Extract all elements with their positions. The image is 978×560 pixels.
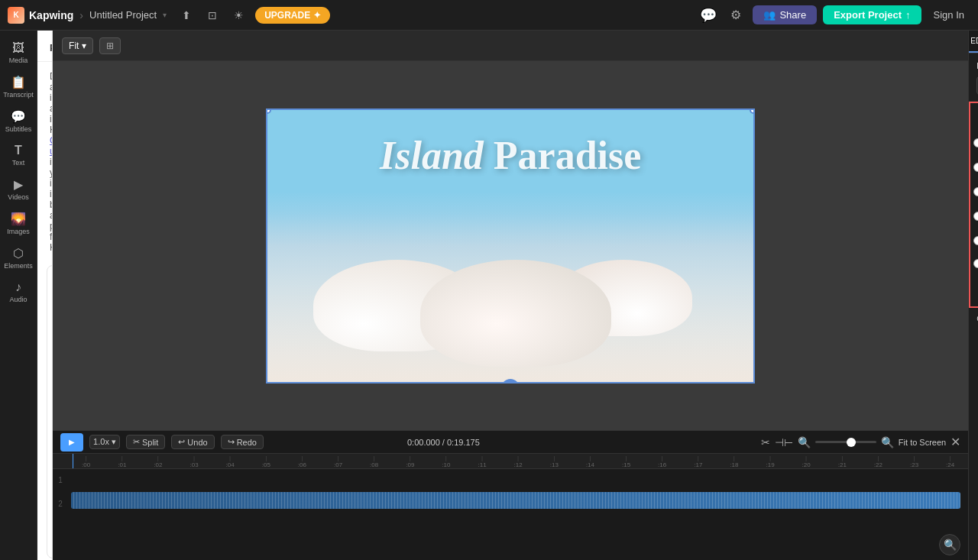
logo-icon: K: [8, 7, 24, 24]
ruler-tick-18: :18: [716, 455, 752, 468]
redo-icon: ↪: [228, 437, 235, 447]
video-canvas[interactable]: Island Paradise ⟳: [266, 108, 755, 384]
timeline-row-1: 1: [53, 469, 968, 490]
timeline-search-button[interactable]: 🔍: [939, 534, 960, 555]
play-icon: ▶: [69, 438, 75, 446]
fit-chevron-icon: ▾: [82, 40, 86, 51]
ruler-tick-23: :23: [896, 455, 932, 468]
ruler-tick-21: :21: [824, 455, 860, 468]
upgrade-label: UPGRADE: [264, 10, 310, 21]
canvas-area: Fit ▾ ⊞ Island Paradise ⟳: [53, 31, 968, 560]
handle-top-left[interactable]: [266, 108, 271, 114]
share-label: Share: [779, 9, 806, 21]
main-layout: 🖼 Media 📋 Transcript 💬 Subtitles T Text …: [0, 31, 978, 560]
subtitles-icon: 💬: [11, 109, 26, 124]
speed-value: 1.0x: [93, 437, 109, 446]
row-content-1: [68, 471, 968, 488]
signin-button[interactable]: Sign In: [928, 9, 970, 21]
sidebar-label-images: Images: [7, 228, 30, 235]
comment-button[interactable]: 💬: [698, 5, 719, 26]
zoom-in-button[interactable]: 🔍: [881, 436, 894, 448]
topbar-actions: ⬆ ⊡ ☀: [176, 5, 249, 26]
undo-button[interactable]: ↩ Undo: [171, 435, 214, 449]
outline-row: Outline: [969, 308, 978, 329]
redo-button[interactable]: ↪ Redo: [221, 435, 264, 449]
canvas-viewport: Island Paradise ⟳: [53, 61, 968, 430]
zoom-slider-wrap: [815, 441, 876, 443]
zoom-slider[interactable]: [815, 441, 876, 443]
close-timeline-button[interactable]: ✕: [950, 435, 960, 449]
ruler-tick-14: :14: [572, 455, 608, 468]
ruler-tick-3: :03: [176, 455, 212, 468]
sidebar-item-images[interactable]: 🌄 Images: [0, 207, 37, 240]
plugin-card-giphy-text[interactable]: G GIPHY TEXT Enter any text to instantly…: [47, 265, 53, 558]
handle-top-right[interactable]: [750, 108, 755, 114]
brightness-mode-button[interactable]: ☀: [228, 5, 249, 26]
split-button[interactable]: ✂ Split: [126, 435, 165, 449]
share-button[interactable]: 👥 Share: [753, 5, 817, 24]
upload-button[interactable]: ⬆: [176, 5, 197, 26]
history-button[interactable]: ⊡: [202, 5, 223, 26]
video-track[interactable]: [71, 492, 960, 509]
project-chevron-icon[interactable]: ▾: [163, 11, 167, 19]
timestamp-value: 0:00.000 / 0:19.175: [407, 438, 480, 447]
ruler-tick-2: :02: [140, 455, 176, 468]
right-panel: EDIT EFFECTS TRANSITIONS TIMING Rotate ↻…: [968, 31, 978, 560]
project-name: Untitled Project: [89, 9, 157, 21]
timeline-row-2: 2: [53, 490, 968, 516]
timestamp: 0:00.000 / 0:19.175: [407, 438, 480, 447]
media-icon: 🖼: [12, 41, 24, 55]
sidebar-item-audio[interactable]: ♪ Audio: [0, 276, 37, 308]
sidebar-item-transcript[interactable]: 📋 Transcript: [0, 70, 37, 103]
app-name: Kapwing: [29, 9, 73, 21]
rotate-section: Rotate ↻ ↔ ↕ − 0° +: [969, 53, 978, 102]
split-tracks-button[interactable]: ⊣⊢: [775, 436, 793, 448]
sidebar-item-media[interactable]: 🖼 Media: [0, 37, 37, 69]
canvas-toolbar: Fit ▾ ⊞: [53, 31, 968, 61]
app-logo: K Kapwing: [8, 7, 73, 24]
ruler-tick-8: :08: [356, 455, 392, 468]
sidebar-label-subtitles: Subtitles: [5, 125, 32, 133]
timeline-rows: 1 2: [53, 469, 968, 516]
timeline-ruler: :00 :01 :02 :03 :04 :05 :06 :07 :08 :09 …: [53, 454, 968, 469]
fit-dropdown[interactable]: Fit ▾: [62, 37, 93, 54]
scissors-icon: ✂: [133, 437, 140, 447]
speed-selector[interactable]: 1.0x ▾: [89, 435, 120, 449]
duplicate-canvas-button[interactable]: ⊞: [99, 37, 121, 54]
ruler-tick-4: :04: [212, 455, 248, 468]
cloud-3: [420, 260, 611, 367]
topbar-right: 💬 ⚙ 👥 Share Export Project ↑ Sign In: [698, 5, 970, 26]
row-number-1: 1: [53, 476, 68, 484]
play-button[interactable]: ▶: [60, 433, 83, 452]
undo-label: Undo: [187, 438, 207, 447]
playhead[interactable]: [73, 454, 73, 468]
share-icon: 👥: [763, 9, 776, 21]
trim-button[interactable]: ✂: [761, 436, 770, 448]
elements-icon: ⬡: [13, 246, 24, 261]
fit-to-screen-button[interactable]: Fit to Screen: [899, 438, 946, 447]
tab-edit[interactable]: EDIT: [969, 31, 978, 53]
ruler-tick-10: :10: [428, 455, 464, 468]
sidebar-item-elements[interactable]: ⬡ Elements: [0, 241, 37, 274]
zoom-out-button[interactable]: 🔍: [798, 436, 811, 448]
transcript-icon: 📋: [11, 75, 26, 89]
sidebar-label-elements: Elements: [4, 262, 33, 270]
sidebar-item-videos[interactable]: ▶ Videos: [0, 173, 37, 206]
sidebar-item-subtitles[interactable]: 💬 Subtitles: [0, 105, 37, 138]
split-label: Split: [142, 438, 158, 447]
upgrade-button[interactable]: UPGRADE ✦: [255, 7, 330, 24]
canvas-title: Island Paradise: [267, 133, 753, 178]
videos-icon: ▶: [14, 177, 23, 192]
export-button[interactable]: Export Project ↑: [823, 5, 921, 24]
ruler-tick-20: :20: [789, 455, 824, 468]
sidebar-label-transcript: Transcript: [3, 91, 34, 99]
sidebar-item-text[interactable]: T Text: [0, 139, 37, 171]
audio-icon: ♪: [15, 280, 21, 294]
ruler-tick-12: :12: [500, 455, 536, 468]
ruler-tick-9: :09: [392, 455, 428, 468]
ruler-tick-6: :06: [284, 455, 320, 468]
ruler-tick-16: :16: [644, 455, 680, 468]
settings-button[interactable]: ⚙: [725, 5, 746, 26]
canvas-title-italic: Island: [380, 134, 494, 177]
left-sidebar: 🖼 Media 📋 Transcript 💬 Subtitles T Text …: [0, 31, 37, 560]
